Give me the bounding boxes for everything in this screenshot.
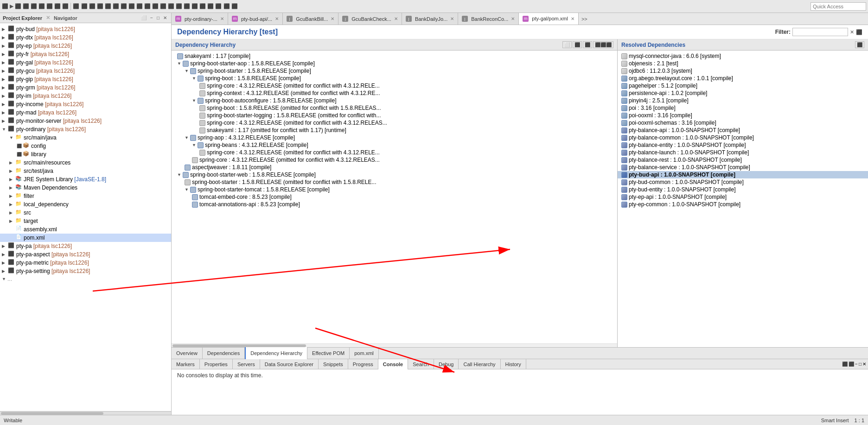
resolved-item-poi-ooxml[interactable]: poi-ooxml : 3.16 [compile] (618, 112, 868, 119)
dep-expand-btn[interactable]: ⬛ (573, 41, 582, 48)
console-tab-search[interactable]: Search (408, 359, 434, 369)
tree-item-src[interactable]: ▶ 📁 src (0, 209, 171, 217)
tab-bank-recon[interactable]: j BankReconCo... ✕ (458, 13, 519, 25)
tab-effective-pom[interactable]: Effective POM (307, 347, 350, 359)
resolved-item-pty-balance-common[interactable]: pty-balance-common : 1.0.0-SNAPSHOT [com… (618, 134, 868, 141)
tree-item-pty-gal[interactable]: ▶ ⬛ pty-gal [pitaya lsc1226] (0, 58, 171, 67)
tree-item-pty-ep[interactable]: ▶ ⬛ pty-ep [pitaya lsc1226] (0, 42, 171, 50)
resolved-item-treelayout[interactable]: org.abego.treelayout.core : 1.0.1 [compi… (618, 75, 868, 82)
tab-close-btn[interactable]: ✕ (220, 16, 224, 21)
resolved-item-persistence-api[interactable]: persistence-api : 1.0.2 [compile] (618, 89, 868, 97)
tree-item-src-main-java[interactable]: ▼ 📁 src/main/java (0, 133, 171, 142)
resolved-item-pty-bud-api[interactable]: pty-bud-api : 1.0.0-SNAPSHOT [compile] (618, 171, 868, 178)
resolved-item-pinyin4j[interactable]: pinyin4j : 2.5.1 [compile] (618, 97, 868, 104)
tree-item-pty-pa[interactable]: ▶ ⬛ pty-pa [pitaya lsc1226] (0, 242, 171, 250)
dep-item-spring-core-1[interactable]: spring-core : 4.3.12.RELEASE (omitted fo… (172, 82, 617, 89)
tab-close-btn[interactable]: ✕ (571, 16, 574, 21)
tab-bank-daily[interactable]: j BankDailyJo... ✕ (402, 13, 458, 25)
console-tab-datasource[interactable]: Data Source Explorer (260, 359, 319, 369)
dep-item-spring-beans[interactable]: ▼ spring-beans : 4.3.12.RELEASE [compile… (172, 141, 617, 149)
tree-item-pty-dtx[interactable]: ▶ ⬛ pty-dtx [pitaya lsc1226] (0, 33, 171, 42)
console-action-btn-2[interactable]: ⬛ (849, 362, 854, 367)
sidebar-close-btn[interactable]: ✕ (162, 15, 168, 21)
dep-item-spring-aop[interactable]: ▼ spring-aop : 4.3.12.RELEASE [compile] (172, 134, 617, 141)
resolved-item-poi[interactable]: poi : 3.16 [compile] (618, 104, 868, 112)
console-minimize-btn[interactable]: − (855, 362, 858, 367)
tree-item-target[interactable]: ▶ 📁 target (0, 217, 171, 225)
tree-item-pty-monitor[interactable]: ▶ ⬛ pty-monitor-server [pitaya lsc1226] (0, 117, 171, 125)
tree-item-filter[interactable]: ▶ 📁 filter (0, 192, 171, 200)
dep-item-spring-boot-omit[interactable]: spring-boot : 1.5.8.RELEASE (omitted for… (172, 104, 617, 112)
console-close-btn[interactable]: ✕ (862, 362, 866, 367)
resolved-item-pty-ep-common[interactable]: pty-ep-common : 1.0.0-SNAPSHOT [compile] (618, 201, 868, 208)
tab-gcubank-check[interactable]: j GcuBankCheck... ✕ (338, 13, 402, 25)
tab-overflow-btn[interactable]: >> (579, 16, 590, 22)
tab-close-btn[interactable]: ✕ (331, 16, 334, 21)
tab-close-btn[interactable]: ✕ (394, 16, 398, 21)
sidebar-maximize-btn[interactable]: □ (155, 15, 161, 21)
sidebar-minimize-btn[interactable]: − (149, 15, 154, 21)
resolved-item-pty-bud-common[interactable]: pty-bud-common : 1.0.0-SNAPSHOT [compile… (618, 178, 868, 186)
dep-filter-btn[interactable]: ⬛ (583, 41, 592, 48)
tab-gcubank-bill[interactable]: j GcuBankBill... ✕ (283, 13, 338, 25)
tree-item-pty-gip[interactable]: ▶ ⬛ pty-gip [pitaya lsc1226] (0, 75, 171, 83)
dep-item-snakeyaml[interactable]: snakeyaml : 1.17 [compile] (172, 52, 617, 60)
resolved-item-objenesis[interactable]: objenesis : 2.1 [test] (618, 60, 868, 67)
quick-access-input[interactable] (811, 2, 866, 11)
tree-item-maven-deps[interactable]: ▶ 📚 Maven Dependencies (0, 184, 171, 192)
dep-collapse-btn[interactable]: ⬜ (562, 41, 572, 48)
tree-item-pty-gcu[interactable]: ▶ ⬛ pty-gcu [pitaya lsc1226] (0, 67, 171, 75)
filter-options-btn[interactable]: ⬛ (856, 29, 862, 35)
tab-dependencies[interactable]: Dependencies (203, 347, 245, 359)
dep-item-spring-boot[interactable]: ▼ spring-boot : 1.5.8.RELEASE [compile] (172, 75, 617, 82)
dep-item-spring-boot-starter-aop[interactable]: ▼ spring-boot-starter-aop : 1.5.8.RELEAS… (172, 60, 617, 67)
tab-pom-xml[interactable]: pom.xml (350, 347, 379, 359)
tree-item-pty-ordinary[interactable]: ▼ ⬛ pty-ordinary [pitaya lsc1226] (0, 125, 171, 133)
dep-item-snakeyaml-omit[interactable]: snakeyaml : 1.17 (omitted for conflict w… (172, 127, 617, 134)
resolved-item-pagehelper[interactable]: pagehelper : 5.1.2 [compile] (618, 82, 868, 89)
filter-clear-btn[interactable]: ✕ (850, 29, 854, 35)
resolved-item-ojdbc6[interactable]: ojdbc6 : 11.2.0.3 [system] (618, 67, 868, 75)
console-tab-progress[interactable]: Progress (348, 359, 378, 369)
dep-item-spring-boot-autoconf[interactable]: ▼ spring-boot-autoconfigure : 1.5.8.RELE… (172, 97, 617, 104)
tree-item-assembly-xml[interactable]: ▶ 📄 assembly.xml (0, 225, 171, 234)
resolved-item-pty-balance-entity[interactable]: pty-balance-entity : 1.0.0-SNAPSHOT [com… (618, 141, 868, 149)
tree-item-library[interactable]: ⬛ 📦 library (0, 150, 171, 159)
tree-item-pom-xml[interactable]: ▶ 📄 pom.xml (0, 234, 171, 242)
console-tab-call-hierarchy[interactable]: Call Hierarchy (459, 359, 500, 369)
dep-item-spring-boot-starter-tomcat[interactable]: ▼ spring-boot-starter-tomcat : 1.5.8.REL… (172, 186, 617, 193)
console-maximize-btn[interactable]: □ (859, 362, 862, 367)
resolved-action-btn[interactable]: ⬛ (855, 41, 864, 48)
dep-item-spring-core-3[interactable]: spring-core : 4.3.12.RELEASE (omitted fo… (172, 149, 617, 156)
resolved-item-pty-bud-entity[interactable]: pty-bud-entity : 1.0.0-SNAPSHOT [compile… (618, 186, 868, 193)
resolved-item-poi-ooxml-schemas[interactable]: poi-ooxml-schemas : 3.16 [compile] (618, 119, 868, 127)
sidebar-collapse-btn[interactable]: ⬜ (140, 15, 148, 21)
dep-item-tomcat-annotations[interactable]: tomcat-annotations-api : 8.5.23 [compile… (172, 201, 617, 208)
tree-item-pty-grm[interactable]: ▶ ⬛ pty-grm [pitaya lsc1226] (0, 83, 171, 92)
dep-action-btn[interactable]: ⬛⬛⬛ (593, 41, 613, 48)
tree-item-src-test-java[interactable]: ▶ 📁 src/test/java (0, 167, 171, 175)
tab-close-btn[interactable]: ✕ (450, 16, 454, 21)
console-tab-servers[interactable]: Servers (233, 359, 260, 369)
dep-item-spring-core-2[interactable]: spring-core : 4.3.12.RELEASE (omitted fo… (172, 119, 617, 127)
tree-item-pty-bud[interactable]: ▶ ⬛ pty-bud [pitaya lsc1226] (0, 25, 171, 33)
tree-item-pty-fr[interactable]: ▶ ⬛ pty-fr [pitaya lsc1226] (0, 50, 171, 58)
console-tab-properties[interactable]: Properties (200, 359, 233, 369)
dep-item-spring-boot-starter-omit[interactable]: spring-boot-starter : 1.5.8.RELEASE (omi… (172, 178, 617, 186)
resolved-item-pty-balance-service[interactable]: pty-balance-service : 1.0.0-SNAPSHOT [co… (618, 164, 868, 171)
tree-item-pty-mad[interactable]: ▶ ⬛ pty-mad [pitaya lsc1226] (0, 108, 171, 117)
dep-item-spring-boot-starter-web[interactable]: ▼ spring-boot-starter-web : 1.5.8.RELEAS… (172, 171, 617, 178)
sidebar-horizontal-scroll[interactable] (0, 411, 171, 415)
dep-tree-hscroll[interactable] (172, 343, 617, 347)
console-tab-console[interactable]: Console (378, 359, 408, 369)
resolved-item-pty-balance-api[interactable]: pty-balance-api : 1.0.0-SNAPSHOT [compil… (618, 127, 868, 134)
dep-item-tomcat-embed-core[interactable]: tomcat-embed-core : 8.5.23 [compile] (172, 193, 617, 201)
tree-item-pty-pa-setting[interactable]: ▶ ⬛ pty-pa-setting [pitaya lsc1226] (0, 267, 171, 275)
tree-item-local-dep[interactable]: ▶ 📁 local_dependency (0, 200, 171, 209)
tab-dep-hierarchy[interactable]: Dependency Hierarchy (245, 347, 307, 359)
tree-item-pty-pa-aspect[interactable]: ▶ ⬛ pty-pa-aspect [pitaya lsc1226] (0, 250, 171, 259)
tab-pty-bud-api[interactable]: m pty-bud-api/... ✕ (228, 13, 283, 25)
tree-item-pty-income[interactable]: ▶ ⬛ pty-income [pitaya lsc1226] (0, 100, 171, 108)
tree-item-jre[interactable]: ▶ 📚 JRE System Library [JavaSE-1.8] (0, 175, 171, 184)
tab-close-btn[interactable]: ✕ (275, 16, 279, 21)
